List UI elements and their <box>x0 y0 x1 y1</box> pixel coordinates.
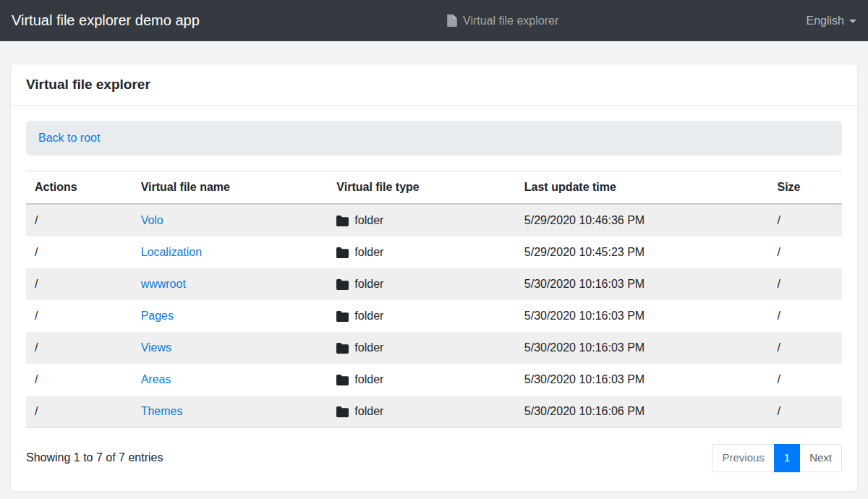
cell-updated: 5/29/2020 10:46:36 PM <box>516 204 769 236</box>
cell-size: / <box>768 236 842 268</box>
file-type-label: folder <box>354 246 383 259</box>
language-label: English <box>807 14 844 27</box>
language-dropdown[interactable]: English <box>807 14 856 27</box>
table-row: /Viewsfolder5/30/2020 10:16:03 PM/ <box>26 332 842 364</box>
cell-type: folder <box>328 396 515 428</box>
header-actions: Actions <box>26 171 132 205</box>
pagination: Previous 1 Next <box>712 444 842 472</box>
back-to-root-link[interactable]: Back to root <box>38 132 100 144</box>
file-table: Actions Virtual file name Virtual file t… <box>26 171 842 428</box>
header-type: Virtual file type <box>328 171 515 205</box>
cell-name: Areas <box>132 364 328 396</box>
table-body: /Volofolder5/29/2020 10:46:36 PM//Locali… <box>26 204 842 428</box>
table-row: /Pagesfolder5/30/2020 10:16:03 PM/ <box>26 300 842 332</box>
folder-icon <box>336 375 349 385</box>
table-row: /Localizationfolder5/29/2020 10:45:23 PM… <box>26 236 842 268</box>
cell-name: Themes <box>132 396 328 428</box>
page-title: Virtual file explorer <box>11 64 857 106</box>
cell-type: folder <box>328 268 515 300</box>
top-navbar: Virtual file explorer demo app Virtual f… <box>0 0 868 41</box>
table-footer: Showing 1 to 7 of 7 entries Previous 1 N… <box>26 444 842 472</box>
back-to-root-bar: Back to root <box>26 121 842 155</box>
folder-icon <box>336 216 349 226</box>
folder-icon <box>336 311 349 322</box>
table-row: /Volofolder5/29/2020 10:46:36 PM/ <box>26 204 842 236</box>
folder-icon <box>336 279 349 290</box>
cell-name: Views <box>132 332 328 364</box>
file-name-link[interactable]: Areas <box>141 373 171 385</box>
table-row: /Areasfolder5/30/2020 10:16:03 PM/ <box>26 364 842 396</box>
cell-size: / <box>768 300 842 332</box>
folder-icon <box>336 343 349 354</box>
file-type-label: folder <box>354 214 383 227</box>
cell-updated: 5/29/2020 10:45:23 PM <box>516 236 769 268</box>
cell-updated: 5/30/2020 10:16:03 PM <box>516 364 769 396</box>
file-type-label: folder <box>354 278 383 291</box>
cell-type: folder <box>328 204 515 236</box>
cell-actions: / <box>26 204 132 236</box>
table-row: /wwwrootfolder5/30/2020 10:16:03 PM/ <box>26 268 842 300</box>
file-name-link[interactable]: Pages <box>141 310 174 322</box>
file-name-link[interactable]: wwwroot <box>141 278 186 290</box>
header-name: Virtual file name <box>132 171 328 205</box>
cell-updated: 5/30/2020 10:16:03 PM <box>516 332 769 364</box>
cell-type: folder <box>328 236 515 268</box>
cell-name: Localization <box>132 236 328 268</box>
navbar-center-link[interactable]: Virtual file explorer <box>447 14 558 27</box>
table-header-row: Actions Virtual file name Virtual file t… <box>26 171 842 205</box>
cell-type: folder <box>328 332 515 364</box>
pagination-previous-button[interactable]: Previous <box>712 444 774 472</box>
cell-size: / <box>768 332 842 364</box>
cell-actions: / <box>26 396 132 428</box>
cell-name: Volo <box>132 204 328 236</box>
folder-icon <box>336 247 349 258</box>
app-brand[interactable]: Virtual file explorer demo app <box>12 12 200 29</box>
cell-updated: 5/30/2020 10:16:06 PM <box>516 396 769 428</box>
file-name-link[interactable]: Localization <box>141 246 203 258</box>
card-body: Back to root Actions Virtual file name V… <box>11 106 857 491</box>
chevron-down-icon <box>849 20 856 23</box>
navbar-center-label: Virtual file explorer <box>463 14 558 27</box>
pagination-page-1-button[interactable]: 1 <box>774 444 800 472</box>
cell-size: / <box>768 364 842 396</box>
folder-icon <box>336 406 349 417</box>
file-type-label: folder <box>354 310 383 323</box>
cell-size: / <box>768 268 842 300</box>
cell-actions: / <box>26 300 132 332</box>
file-type-label: folder <box>354 405 383 418</box>
document-icon <box>447 14 457 27</box>
cell-type: folder <box>328 364 515 396</box>
cell-size: / <box>768 396 842 428</box>
header-size: Size <box>768 171 842 205</box>
file-type-label: folder <box>354 373 383 386</box>
file-explorer-card: Virtual file explorer Back to root Actio… <box>10 64 858 492</box>
cell-actions: / <box>26 236 132 268</box>
file-name-link[interactable]: Volo <box>141 214 163 226</box>
table-row: /Themesfolder5/30/2020 10:16:06 PM/ <box>26 396 842 428</box>
cell-size: / <box>768 204 842 236</box>
cell-name: Pages <box>132 300 328 332</box>
file-name-link[interactable]: Views <box>141 341 171 354</box>
pagination-next-button[interactable]: Next <box>799 444 842 472</box>
cell-actions: / <box>26 364 132 396</box>
cell-updated: 5/30/2020 10:16:03 PM <box>516 300 769 332</box>
cell-actions: / <box>26 268 132 300</box>
file-type-label: folder <box>354 341 383 354</box>
cell-updated: 5/30/2020 10:16:03 PM <box>516 268 769 300</box>
entries-summary: Showing 1 to 7 of 7 entries <box>26 451 163 464</box>
cell-actions: / <box>26 332 132 364</box>
file-name-link[interactable]: Themes <box>141 405 183 417</box>
cell-name: wwwroot <box>132 268 328 300</box>
header-updated: Last update time <box>516 171 769 205</box>
cell-type: folder <box>328 300 515 332</box>
